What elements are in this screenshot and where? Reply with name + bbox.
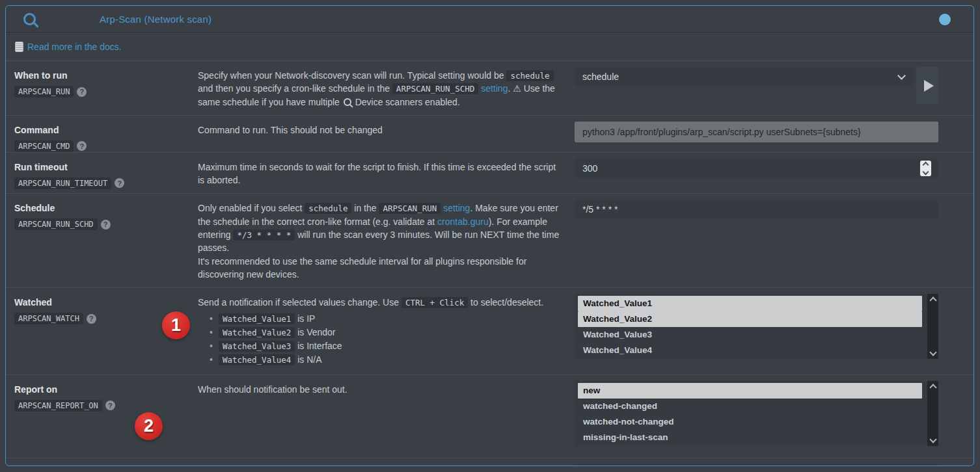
- setting-row-report-on: 2 Report on ARPSCAN_REPORT_ON ? When sho…: [6, 375, 973, 458]
- inline-link[interactable]: setting: [443, 203, 470, 213]
- run-now-button[interactable]: [916, 67, 938, 104]
- inline-code: Watched_Value3: [219, 341, 295, 352]
- select-option[interactable]: Watched_Value4: [578, 343, 922, 358]
- inline-text: to select/deselect.: [468, 297, 543, 308]
- command-input[interactable]: [575, 122, 938, 142]
- inline-code: ARPSCAN_RUN_SCHD: [392, 83, 478, 94]
- inline-text: is Vendor: [295, 327, 335, 337]
- plugin-status-toggle[interactable]: [939, 14, 951, 25]
- setting-description: Command to run. This should not be chang…: [192, 116, 575, 152]
- settings-page: Arp-Scan (Network scan) Read more in the…: [0, 0, 980, 472]
- setting-description: Specify when your Network-discovery scan…: [192, 61, 575, 115]
- annotation-badge-1: 1: [162, 311, 190, 339]
- scroll-up-icon[interactable]: [929, 297, 936, 304]
- setting-label: Report on: [14, 384, 185, 395]
- number-spinner[interactable]: [920, 161, 931, 176]
- listbox-options: Watched_Value1Watched_Value2Watched_Valu…: [575, 294, 925, 359]
- setting-control-col: schedule: [575, 61, 973, 115]
- setting-code: ARPSCAN_RUN: [14, 86, 74, 98]
- help-icon[interactable]: ?: [77, 87, 87, 97]
- setting-description: When should notification be sent out.: [192, 375, 575, 458]
- setting-row-arguments: Arguments ARPSCAN_ARGS ? Arguments to ru…: [6, 458, 973, 466]
- inline-code: schedule: [305, 203, 351, 214]
- setting-label-col: When to run ARPSCAN_RUN ?: [6, 61, 192, 115]
- setting-description: Arguments to run arps-scan with. Recomme…: [192, 458, 575, 466]
- timeout-input[interactable]: [575, 159, 938, 178]
- setting-control-col: newwatched-changedwatched-not-changedmis…: [575, 375, 973, 458]
- plugin-header: Arp-Scan (Network scan): [6, 6, 973, 33]
- run-mode-select[interactable]: schedule: [575, 67, 914, 86]
- watched-values-list: Watched_Value1 is IPWatched_Value2 is Ve…: [198, 313, 564, 365]
- setting-row-schedule: Schedule ARPSCAN_RUN_SCHD ? Only enabled…: [6, 194, 973, 288]
- scroll-up-icon[interactable]: [929, 384, 936, 391]
- setting-description: Only enabled if you select schedule in t…: [192, 194, 575, 287]
- setting-label-col: Arguments ARPSCAN_ARGS ?: [6, 458, 192, 466]
- inline-code: CTRL + Click: [402, 297, 468, 308]
- help-icon[interactable]: ?: [77, 141, 87, 151]
- setting-description: Maximum time in seconds to wait for the …: [192, 153, 575, 194]
- inline-text: in the: [351, 203, 379, 213]
- setting-control-col: [575, 116, 973, 152]
- inline-code: ARPSCAN_RUN: [379, 203, 441, 214]
- setting-code: ARPSCAN_WATCH: [14, 313, 83, 324]
- setting-control-col: [575, 194, 973, 287]
- select-option[interactable]: watched-not-changed: [578, 414, 922, 430]
- select-option[interactable]: Watched_Value3: [578, 327, 922, 343]
- chevron-down-icon: [897, 72, 906, 80]
- plugin-settings-panel: Arp-Scan (Network scan) Read more in the…: [5, 5, 974, 466]
- inline-code: schedule: [506, 70, 553, 81]
- warning-icon: ⚠: [513, 83, 521, 94]
- inline-link[interactable]: setting: [481, 83, 508, 94]
- help-icon[interactable]: ?: [87, 314, 96, 324]
- setting-code: ARPSCAN_CMD: [14, 140, 74, 152]
- watched-bullet: Watched_Value1 is IP: [210, 313, 564, 324]
- inline-text: Device scanners enabled.: [353, 97, 460, 107]
- watched-bullet: Watched_Value4 is N/A: [210, 354, 564, 365]
- inline-link[interactable]: crontab.guru: [437, 216, 489, 227]
- search-icon[interactable]: [23, 13, 36, 25]
- inline-text: Send a notification if selected values c…: [198, 297, 402, 308]
- help-icon[interactable]: ?: [115, 178, 124, 188]
- inline-text: Specify when your Network-discovery scan…: [198, 70, 506, 81]
- inline-text: is Interface: [295, 341, 342, 351]
- watched-bullet: Watched_Value2 is Vendor: [210, 327, 564, 338]
- scroll-down-icon[interactable]: [929, 349, 936, 356]
- docs-row: Read more in the docs.: [6, 33, 973, 61]
- docs-icon: [15, 42, 23, 52]
- inline-text: Maximum time in seconds to wait for the …: [198, 162, 556, 185]
- inline-text: and then you specify a cron-like schedul…: [198, 83, 392, 94]
- help-icon[interactable]: ?: [105, 400, 115, 410]
- setting-row-when-to-run: When to run ARPSCAN_RUN ? Specify when y…: [6, 61, 973, 116]
- setting-label: Command: [14, 125, 185, 135]
- listbox-scrollbar[interactable]: [927, 381, 938, 446]
- select-option[interactable]: Watched_Value1: [578, 296, 922, 311]
- listbox-options: newwatched-changedwatched-not-changedmis…: [575, 381, 925, 446]
- watched-multiselect[interactable]: Watched_Value1Watched_Value2Watched_Valu…: [575, 294, 938, 359]
- help-icon[interactable]: ?: [101, 220, 111, 229]
- scroll-down-icon[interactable]: [929, 436, 936, 443]
- select-option[interactable]: watched-changed: [578, 399, 922, 414]
- annotation-badge-2: 2: [135, 412, 163, 440]
- spinner-down-icon[interactable]: [923, 168, 929, 175]
- select-option[interactable]: missing-in-last-scan: [578, 430, 922, 445]
- docs-link[interactable]: Read more in the docs.: [27, 42, 122, 52]
- spinner-up-icon[interactable]: [923, 161, 929, 168]
- listbox-scrollbar[interactable]: [927, 294, 938, 359]
- play-icon: [924, 80, 934, 92]
- arguments-input[interactable]: [575, 464, 938, 466]
- watched-intro: Send a notification if selected values c…: [198, 297, 543, 308]
- setting-control-col: [575, 458, 973, 466]
- inline-text: Only enabled if you select: [198, 203, 305, 213]
- setting-code: ARPSCAN_REPORT_ON: [14, 400, 102, 412]
- inline-text: Command to run. This should not be chang…: [198, 125, 383, 135]
- select-option[interactable]: new: [578, 383, 922, 399]
- setting-row-command: Command ARPSCAN_CMD ? Command to run. Th…: [6, 116, 973, 153]
- report-on-multiselect[interactable]: newwatched-changedwatched-not-changedmis…: [575, 381, 938, 446]
- setting-row-run-timeout: Run timeout ARPSCAN_RUN_TIMEOUT ? Maximu…: [6, 153, 973, 194]
- select-option[interactable]: Watched_Value2: [578, 311, 922, 327]
- inline-code: */3 * * * *: [233, 229, 295, 241]
- schedule-input[interactable]: [575, 200, 938, 219]
- setting-description: Send a notification if selected values c…: [192, 288, 575, 374]
- plugin-title: Arp-Scan (Network scan): [100, 14, 211, 25]
- setting-label-col: Command ARPSCAN_CMD ?: [6, 116, 192, 152]
